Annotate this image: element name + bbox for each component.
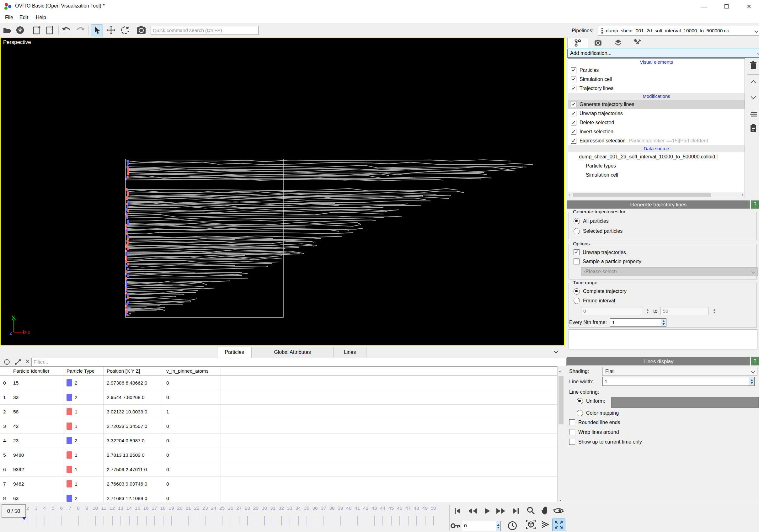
previous-frame-button[interactable] — [467, 506, 478, 516]
col-particle-type[interactable]: Particle Type — [63, 367, 103, 375]
redo-icon[interactable] — [75, 24, 86, 36]
pipeline-list[interactable]: Visual elementsParticlesSimulation cellT… — [568, 58, 745, 198]
tab-lines[interactable]: Lines — [333, 347, 367, 357]
table-vscrollbar[interactable] — [557, 366, 565, 502]
radio-all-particles[interactable]: All particles — [574, 218, 609, 224]
pipeline-item[interactable]: Generate trajectory lines — [568, 100, 744, 109]
render-camera-icon[interactable] — [136, 24, 147, 36]
frame-number-field[interactable] — [462, 521, 496, 530]
pipeline-item[interactable]: Simulation cell — [568, 75, 744, 84]
item-enabled-checkbox[interactable] — [571, 111, 577, 116]
field-of-view-button[interactable] — [539, 518, 552, 530]
rotate-mode-icon[interactable] — [119, 24, 131, 36]
checkbox-icon[interactable] — [574, 258, 579, 264]
particles-table[interactable]: Particle Identifier Particle Type Positi… — [0, 366, 557, 502]
scroll-right-icon[interactable] — [739, 193, 744, 197]
quick-command-search-input[interactable] — [151, 26, 259, 35]
pipeline-list-hscrollbar[interactable] — [568, 192, 744, 198]
particle-select-icon[interactable] — [4, 359, 10, 365]
hscroll-thumb[interactable] — [573, 193, 711, 197]
collapse-inspector-icon[interactable] — [555, 349, 558, 354]
col-v-in-pinned-atoms[interactable]: v_in_pinned_atoms — [163, 367, 221, 375]
table-row[interactable]: 8 63 2 2.71683 12.1088 0 0 — [0, 491, 557, 502]
every-nth-spinner[interactable] — [661, 319, 666, 326]
data-source-item[interactable]: Particle types — [568, 161, 744, 170]
pipeline-item[interactable]: Delete selected — [568, 118, 744, 127]
table-row[interactable]: 6 9392 1 2.77509 2.47611 0 0 — [0, 462, 557, 477]
item-enabled-checkbox[interactable] — [571, 138, 577, 144]
radio-selected-particles[interactable]: Selected particles — [574, 228, 622, 234]
radio-frame-interval[interactable]: Frame interval: — [574, 298, 617, 304]
checkbox-icon[interactable] — [569, 439, 575, 445]
table-row[interactable]: 0 15 2 2.97386 6.48662 0 0 — [0, 376, 557, 390]
item-enabled-checkbox[interactable] — [571, 77, 577, 82]
delete-modifier-button[interactable] — [748, 60, 759, 71]
radio-icon[interactable] — [577, 410, 583, 416]
pan-view-button[interactable] — [539, 505, 552, 516]
menu-file[interactable]: File — [3, 14, 15, 21]
undo-icon[interactable] — [61, 24, 72, 36]
current-frame-button[interactable]: 0 / 50 — [2, 504, 26, 517]
line-width-field[interactable] — [603, 377, 749, 386]
auto-key-icon[interactable] — [451, 522, 460, 529]
first-frame-button[interactable] — [452, 506, 463, 516]
load-state-icon[interactable] — [45, 24, 56, 36]
col-position[interactable]: Position [X Y Z] — [103, 367, 163, 375]
table-row[interactable]: 7 9462 1 2.76603 9.09746 0 0 — [0, 477, 557, 491]
tab-pipeline[interactable] — [567, 38, 588, 48]
uniform-color-swatch[interactable] — [611, 397, 759, 408]
col-particle-identifier[interactable]: Particle Identifier — [10, 367, 63, 375]
checkbox-wrap-lines[interactable]: Wrap lines around — [569, 429, 619, 435]
play-button[interactable] — [482, 506, 493, 516]
minimize-button[interactable]: — — [698, 3, 710, 11]
table-row[interactable]: 4 23 2 3.32204 0.5987 0 0 — [0, 434, 557, 448]
checkbox-icon[interactable] — [574, 249, 579, 255]
pipeline-item[interactable]: Expression selectionParticleIdentifier =… — [568, 136, 744, 145]
pipeline-item[interactable]: Unwrap trajectories — [568, 109, 744, 118]
table-row[interactable]: 3 42 1 2.72033 5.34507 0 0 — [0, 419, 557, 434]
checkbox-rounded-line-ends[interactable]: Rounded line ends — [569, 419, 620, 425]
menu-edit[interactable]: Edit — [18, 14, 30, 21]
checkbox-icon[interactable] — [569, 429, 575, 435]
zoom-scene-extents-button[interactable] — [525, 518, 537, 530]
pipelines-dropdown[interactable]: dump_shear_001_2d_soft_interval_10000_to… — [598, 26, 759, 36]
tab-overlays[interactable] — [608, 38, 628, 48]
item-enabled-checkbox[interactable] — [571, 129, 577, 134]
viewport[interactable]: Perspective y z x — [0, 37, 565, 346]
animation-settings-clock-icon[interactable] — [508, 521, 517, 530]
last-frame-button[interactable] — [510, 506, 521, 516]
toggle-modifier-groups-button[interactable] — [748, 109, 759, 120]
import-remote-file-icon[interactable] — [15, 24, 26, 36]
table-row[interactable]: 5 9480 1 2.7813 13.2609 0 0 — [0, 448, 557, 462]
radio-icon[interactable] — [574, 298, 580, 304]
open-file-icon[interactable] — [2, 24, 13, 36]
line-width-spinner[interactable] — [749, 377, 754, 386]
copy-pipeline-button[interactable] — [748, 123, 759, 133]
next-frame-button[interactable] — [495, 506, 506, 516]
radio-icon[interactable] — [574, 218, 580, 224]
tab-global-attributes[interactable]: Global Attributes — [251, 347, 334, 357]
menu-help[interactable]: Help — [34, 14, 48, 21]
filter-input[interactable] — [31, 358, 567, 366]
timeline-slider-marker[interactable] — [22, 517, 26, 520]
table-row[interactable]: 1 33 2 2.9544 7.80268 0 0 — [0, 390, 557, 405]
tab-utilities[interactable] — [628, 38, 647, 48]
radio-color-mapping[interactable]: Color mapping — [577, 410, 619, 416]
item-enabled-checkbox[interactable] — [571, 67, 577, 73]
move-modifier-up-button[interactable] — [748, 77, 759, 88]
pipeline-item[interactable]: Invert selection — [568, 127, 744, 136]
zoom-mode-button[interactable] — [525, 505, 537, 516]
frame-number-spinner[interactable] — [496, 521, 500, 531]
radio-uniform-color[interactable]: Uniform: — [577, 398, 605, 404]
lines-help-button[interactable]: ? — [751, 357, 759, 365]
maximize-viewport-button[interactable] — [552, 518, 565, 531]
pipeline-item[interactable]: Trajectory lines — [568, 84, 744, 93]
generate-help-button[interactable]: ? — [751, 201, 759, 209]
scroll-up-icon[interactable] — [559, 368, 561, 374]
data-source-item[interactable]: dump_shear_001_2d_soft_interval_10000_to… — [568, 152, 744, 161]
scroll-down-icon[interactable] — [559, 496, 561, 502]
every-nth-field[interactable] — [610, 319, 661, 326]
data-source-item[interactable]: Simulation cell — [568, 170, 744, 179]
radio-icon[interactable] — [574, 288, 580, 294]
table-row[interactable]: 2 58 1 3.02132 10.0033 0 1 — [0, 405, 557, 419]
